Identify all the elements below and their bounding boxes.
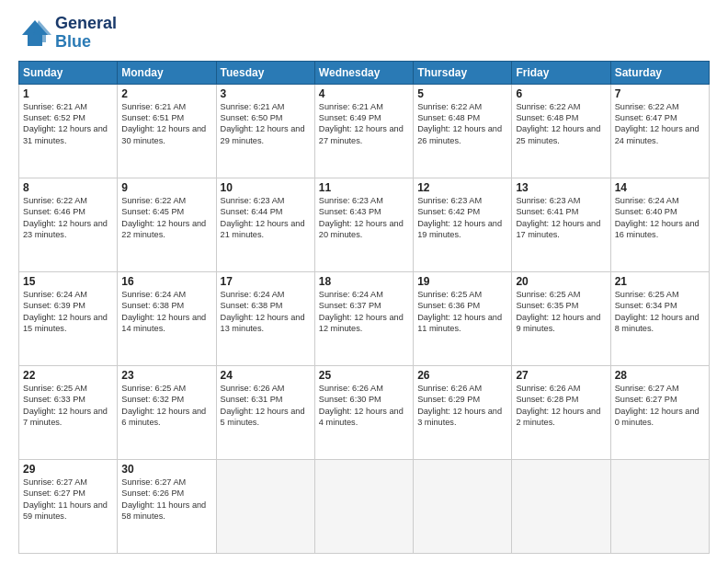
calendar-cell: 5Sunrise: 6:22 AMSunset: 6:48 PMDaylight… [414, 84, 512, 178]
day-number: 7 [615, 87, 705, 100]
day-info: Sunrise: 6:25 AMSunset: 6:32 PMDaylight:… [121, 383, 211, 429]
calendar-cell: 29Sunrise: 6:27 AMSunset: 6:27 PMDayligh… [19, 459, 118, 553]
day-number: 16 [121, 275, 211, 288]
calendar-cell: 15Sunrise: 6:24 AMSunset: 6:39 PMDayligh… [19, 271, 118, 365]
calendar-week-row: 8Sunrise: 6:22 AMSunset: 6:46 PMDaylight… [19, 178, 710, 271]
day-info: Sunrise: 6:22 AMSunset: 6:48 PMDaylight:… [417, 101, 507, 147]
col-saturday: Saturday [610, 61, 709, 84]
calendar-week-row: 22Sunrise: 6:25 AMSunset: 6:33 PMDayligh… [19, 365, 710, 459]
calendar-cell: 4Sunrise: 6:21 AMSunset: 6:49 PMDaylight… [314, 84, 413, 178]
calendar-cell: 11Sunrise: 6:23 AMSunset: 6:43 PMDayligh… [314, 178, 413, 271]
day-number: 6 [516, 87, 606, 100]
day-number: 4 [319, 87, 409, 100]
calendar-cell: 9Sunrise: 6:22 AMSunset: 6:45 PMDaylight… [118, 178, 216, 271]
day-info: Sunrise: 6:22 AMSunset: 6:45 PMDaylight:… [121, 195, 211, 241]
day-info: Sunrise: 6:21 AMSunset: 6:52 PMDaylight:… [23, 101, 113, 147]
day-info: Sunrise: 6:24 AMSunset: 6:37 PMDaylight:… [319, 289, 409, 335]
day-number: 23 [121, 369, 211, 382]
day-number: 10 [221, 181, 311, 194]
day-number: 2 [121, 87, 211, 100]
day-info: Sunrise: 6:25 AMSunset: 6:34 PMDaylight:… [615, 289, 705, 335]
day-info: Sunrise: 6:26 AMSunset: 6:31 PMDaylight:… [221, 383, 311, 429]
calendar-cell: 8Sunrise: 6:22 AMSunset: 6:46 PMDaylight… [19, 178, 118, 271]
calendar-cell: 19Sunrise: 6:25 AMSunset: 6:36 PMDayligh… [414, 271, 512, 365]
day-number: 5 [417, 87, 507, 100]
day-number: 30 [121, 463, 211, 476]
col-tuesday: Tuesday [216, 61, 314, 84]
calendar-cell: 7Sunrise: 6:22 AMSunset: 6:47 PMDaylight… [610, 84, 709, 178]
day-info: Sunrise: 6:24 AMSunset: 6:38 PMDaylight:… [221, 289, 311, 335]
col-friday: Friday [512, 61, 610, 84]
calendar-cell: 6Sunrise: 6:22 AMSunset: 6:48 PMDaylight… [512, 84, 610, 178]
day-number: 29 [23, 463, 113, 476]
day-info: Sunrise: 6:26 AMSunset: 6:29 PMDaylight:… [417, 383, 507, 429]
calendar-cell: 16Sunrise: 6:24 AMSunset: 6:38 PMDayligh… [118, 271, 216, 365]
day-info: Sunrise: 6:25 AMSunset: 6:36 PMDaylight:… [417, 289, 507, 335]
day-number: 14 [615, 181, 705, 194]
day-number: 21 [615, 275, 705, 288]
logo-general: General [55, 14, 117, 32]
day-number: 22 [23, 369, 113, 382]
calendar-cell [512, 459, 610, 553]
calendar-header-row: Sunday Monday Tuesday Wednesday Thursday… [19, 61, 710, 84]
day-number: 1 [23, 87, 113, 100]
day-number: 17 [221, 275, 311, 288]
day-number: 27 [516, 369, 606, 382]
calendar-cell: 26Sunrise: 6:26 AMSunset: 6:29 PMDayligh… [414, 365, 512, 459]
day-number: 8 [23, 181, 113, 194]
calendar-cell [414, 459, 512, 553]
calendar-week-row: 29Sunrise: 6:27 AMSunset: 6:27 PMDayligh… [19, 459, 710, 553]
calendar-cell: 14Sunrise: 6:24 AMSunset: 6:40 PMDayligh… [610, 178, 709, 271]
calendar-cell: 20Sunrise: 6:25 AMSunset: 6:35 PMDayligh… [512, 271, 610, 365]
calendar-cell: 13Sunrise: 6:23 AMSunset: 6:41 PMDayligh… [512, 178, 610, 271]
day-info: Sunrise: 6:23 AMSunset: 6:44 PMDaylight:… [221, 195, 311, 241]
day-number: 20 [516, 275, 606, 288]
calendar-cell: 10Sunrise: 6:23 AMSunset: 6:44 PMDayligh… [216, 178, 314, 271]
day-number: 3 [221, 87, 311, 100]
day-info: Sunrise: 6:26 AMSunset: 6:30 PMDaylight:… [319, 383, 409, 429]
day-info: Sunrise: 6:23 AMSunset: 6:42 PMDaylight:… [417, 195, 507, 241]
day-number: 24 [221, 369, 311, 382]
day-info: Sunrise: 6:24 AMSunset: 6:40 PMDaylight:… [615, 195, 705, 241]
calendar-cell: 3Sunrise: 6:21 AMSunset: 6:50 PMDaylight… [216, 84, 314, 178]
logo: General Blue [18, 15, 117, 52]
day-info: Sunrise: 6:21 AMSunset: 6:51 PMDaylight:… [121, 101, 211, 147]
day-number: 26 [417, 369, 507, 382]
day-number: 11 [319, 181, 409, 194]
day-number: 25 [319, 369, 409, 382]
day-info: Sunrise: 6:22 AMSunset: 6:46 PMDaylight:… [23, 195, 113, 241]
calendar-cell: 18Sunrise: 6:24 AMSunset: 6:37 PMDayligh… [314, 271, 413, 365]
calendar-table: Sunday Monday Tuesday Wednesday Thursday… [18, 61, 710, 554]
calendar-cell: 28Sunrise: 6:27 AMSunset: 6:27 PMDayligh… [610, 365, 709, 459]
calendar-cell: 2Sunrise: 6:21 AMSunset: 6:51 PMDaylight… [118, 84, 216, 178]
header: General Blue [18, 15, 710, 52]
day-info: Sunrise: 6:27 AMSunset: 6:27 PMDaylight:… [615, 383, 705, 429]
calendar-cell: 21Sunrise: 6:25 AMSunset: 6:34 PMDayligh… [610, 271, 709, 365]
day-info: Sunrise: 6:23 AMSunset: 6:43 PMDaylight:… [319, 195, 409, 241]
calendar-cell [216, 459, 314, 553]
calendar-cell: 22Sunrise: 6:25 AMSunset: 6:33 PMDayligh… [19, 365, 118, 459]
calendar-cell [610, 459, 709, 553]
calendar-week-row: 15Sunrise: 6:24 AMSunset: 6:39 PMDayligh… [19, 271, 710, 365]
col-monday: Monday [118, 61, 216, 84]
calendar-cell: 12Sunrise: 6:23 AMSunset: 6:42 PMDayligh… [414, 178, 512, 271]
calendar-cell: 1Sunrise: 6:21 AMSunset: 6:52 PMDaylight… [19, 84, 118, 178]
day-number: 18 [319, 275, 409, 288]
page: General Blue Sunday Monday Tuesday Wedne… [0, 0, 728, 563]
calendar-cell: 17Sunrise: 6:24 AMSunset: 6:38 PMDayligh… [216, 271, 314, 365]
day-info: Sunrise: 6:23 AMSunset: 6:41 PMDaylight:… [516, 195, 606, 241]
logo-text: General Blue [55, 15, 117, 52]
day-number: 28 [615, 369, 705, 382]
day-number: 19 [417, 275, 507, 288]
calendar-cell: 30Sunrise: 6:27 AMSunset: 6:26 PMDayligh… [118, 459, 216, 553]
day-info: Sunrise: 6:24 AMSunset: 6:38 PMDaylight:… [121, 289, 211, 335]
day-number: 13 [516, 181, 606, 194]
calendar-cell: 23Sunrise: 6:25 AMSunset: 6:32 PMDayligh… [118, 365, 216, 459]
day-info: Sunrise: 6:27 AMSunset: 6:26 PMDaylight:… [121, 477, 211, 523]
logo-blue: Blue [55, 32, 91, 51]
day-number: 9 [121, 181, 211, 194]
day-info: Sunrise: 6:25 AMSunset: 6:33 PMDaylight:… [23, 383, 113, 429]
calendar-week-row: 1Sunrise: 6:21 AMSunset: 6:52 PMDaylight… [19, 84, 710, 178]
day-number: 12 [417, 181, 507, 194]
day-info: Sunrise: 6:21 AMSunset: 6:49 PMDaylight:… [319, 101, 409, 147]
